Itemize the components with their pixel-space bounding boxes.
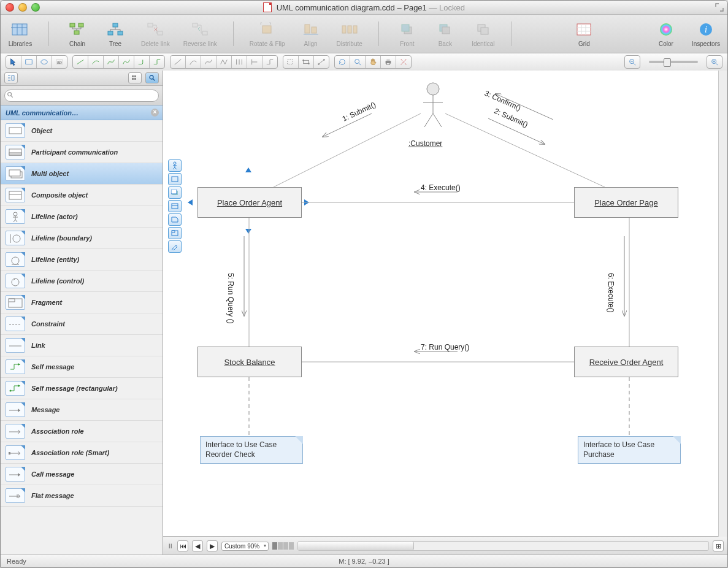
svg-point-55 xyxy=(150,75,153,79)
close-library-icon[interactable]: × xyxy=(151,109,159,117)
library-item[interactable]: Multi object xyxy=(1,163,163,185)
panel-search-toggle[interactable] xyxy=(145,72,159,83)
library-item[interactable]: Composite object xyxy=(1,185,163,206)
spline-tool[interactable] xyxy=(201,56,216,68)
library-item[interactable]: Link xyxy=(1,335,163,356)
horizontal-scrollbar[interactable] xyxy=(297,541,709,551)
distribute-button[interactable]: Distribute xyxy=(337,20,362,47)
zoom-tool[interactable] xyxy=(350,56,366,68)
nav-tools-group xyxy=(334,55,412,69)
svg-rect-14 xyxy=(262,26,271,33)
line-tool-2[interactable] xyxy=(232,56,247,68)
chain-button[interactable]: Chain xyxy=(65,20,90,47)
node-place-order-page[interactable]: Place Order Page xyxy=(574,187,678,218)
inspectors-button[interactable]: iInspectors xyxy=(692,20,720,47)
library-item[interactable]: Lifeline (control) xyxy=(1,271,163,292)
library-item[interactable]: Self message xyxy=(1,356,163,378)
library-item[interactable]: Flat message xyxy=(1,485,163,507)
library-item[interactable]: Self message (rectangular) xyxy=(1,378,163,399)
msg-7: 7: Run Query() xyxy=(421,343,469,351)
canvas[interactable]: :Customer xyxy=(163,71,719,536)
color-button[interactable]: Color xyxy=(654,20,678,47)
refresh-tool[interactable] xyxy=(335,56,350,68)
node-stock-balance[interactable]: Stock Balance xyxy=(197,347,302,377)
note-purchase[interactable]: Interface to Use Case Purchase xyxy=(578,436,681,464)
svg-rect-39 xyxy=(288,60,293,64)
back-button[interactable]: Back xyxy=(433,20,458,47)
hand-tool[interactable] xyxy=(366,56,381,68)
vertical-scrollbar[interactable] xyxy=(718,71,727,537)
svg-point-42 xyxy=(308,63,310,64)
svg-point-43 xyxy=(318,63,320,65)
library-item[interactable]: Fragment xyxy=(1,292,163,313)
library-item[interactable]: Lifeline (boundary) xyxy=(1,228,163,249)
library-item-thumb xyxy=(6,402,25,417)
note-reorder[interactable]: Interface to Use Case Reorder Check xyxy=(200,436,303,464)
fullscreen-icon[interactable] xyxy=(715,3,724,12)
grid-button[interactable]: Grid xyxy=(572,20,596,47)
ellipse-tool[interactable] xyxy=(37,56,52,68)
back-icon xyxy=(435,20,456,39)
align-button[interactable]: Align xyxy=(299,20,323,47)
panel-grid-view[interactable] xyxy=(128,72,142,83)
library-item-thumb xyxy=(6,231,25,245)
library-item-thumb xyxy=(6,209,25,224)
edit-points-tool[interactable] xyxy=(283,56,299,68)
svg-point-67 xyxy=(12,257,19,264)
text-tool[interactable]: ab xyxy=(52,56,67,68)
bezier-connector[interactable] xyxy=(104,56,119,68)
line-tool-4[interactable] xyxy=(262,56,277,68)
reverse-link-button[interactable]: Reverse link xyxy=(183,20,217,47)
zoom-out-button[interactable] xyxy=(624,55,640,69)
node-place-order-agent[interactable]: Place Order Agent xyxy=(197,187,302,218)
library-item[interactable]: Object xyxy=(1,120,163,142)
crop-tool[interactable] xyxy=(396,56,411,68)
print-tool[interactable] xyxy=(381,56,396,68)
zoom-in-button[interactable] xyxy=(707,55,722,69)
library-item-thumb xyxy=(6,359,25,374)
rect-tool[interactable] xyxy=(21,56,37,68)
library-item[interactable]: Association role xyxy=(1,421,163,442)
svg-rect-7 xyxy=(113,23,118,27)
direct-connector[interactable] xyxy=(73,56,88,68)
status-coords: M: [ 9.92, –0.23 ] xyxy=(339,558,389,565)
first-page-button[interactable]: ⏮ xyxy=(177,540,188,551)
svg-text:i: i xyxy=(705,25,707,34)
library-item[interactable]: Association role (Smart) xyxy=(1,442,163,464)
zoom-select[interactable]: Custom 90% xyxy=(221,542,269,551)
smart-connector[interactable] xyxy=(150,56,164,68)
node-receive-order-agent[interactable]: Receive Order Agent xyxy=(574,347,678,377)
spline-connector[interactable] xyxy=(119,56,134,68)
library-item[interactable]: Lifeline (entity) xyxy=(1,249,163,271)
library-header[interactable]: UML communication… × xyxy=(1,106,163,120)
panel-tree-toggle[interactable] xyxy=(4,72,18,83)
library-item-thumb xyxy=(6,467,25,482)
line-tool-3[interactable] xyxy=(247,56,262,68)
zoom-slider-thumb[interactable] xyxy=(664,58,671,67)
round-connector[interactable] xyxy=(134,56,150,68)
page-menu-button[interactable]: ⊞ xyxy=(713,540,724,551)
library-item[interactable]: Message xyxy=(1,399,163,421)
library-item[interactable]: Constraint xyxy=(1,313,163,335)
zoom-slider[interactable] xyxy=(649,61,698,63)
arc-tool[interactable] xyxy=(186,56,201,68)
tree-button[interactable]: Tree xyxy=(103,20,128,47)
polyline-tool[interactable] xyxy=(216,56,232,68)
rotate-flip-button[interactable]: Rotate & Flip xyxy=(250,20,285,47)
arc-connector[interactable] xyxy=(88,56,104,68)
line-tool[interactable] xyxy=(171,56,186,68)
pointer-tool[interactable] xyxy=(6,56,21,68)
library-item[interactable]: Participant communication xyxy=(1,142,163,163)
front-button[interactable]: Front xyxy=(395,20,420,47)
libraries-button[interactable]: Libraries xyxy=(8,20,33,47)
curve-tool[interactable] xyxy=(314,56,329,68)
segment-tool[interactable] xyxy=(299,56,314,68)
library-item[interactable]: Lifeline (actor) xyxy=(1,206,163,228)
identical-button[interactable]: Identical xyxy=(471,20,496,47)
next-page-button[interactable]: ▶ xyxy=(207,540,218,551)
library-item-label: Lifeline (entity) xyxy=(31,256,79,263)
library-search-input[interactable] xyxy=(4,90,159,102)
library-item[interactable]: Call message xyxy=(1,464,163,485)
prev-page-button[interactable]: ◀ xyxy=(192,540,203,551)
delete-link-button[interactable]: Delete link xyxy=(141,20,170,47)
